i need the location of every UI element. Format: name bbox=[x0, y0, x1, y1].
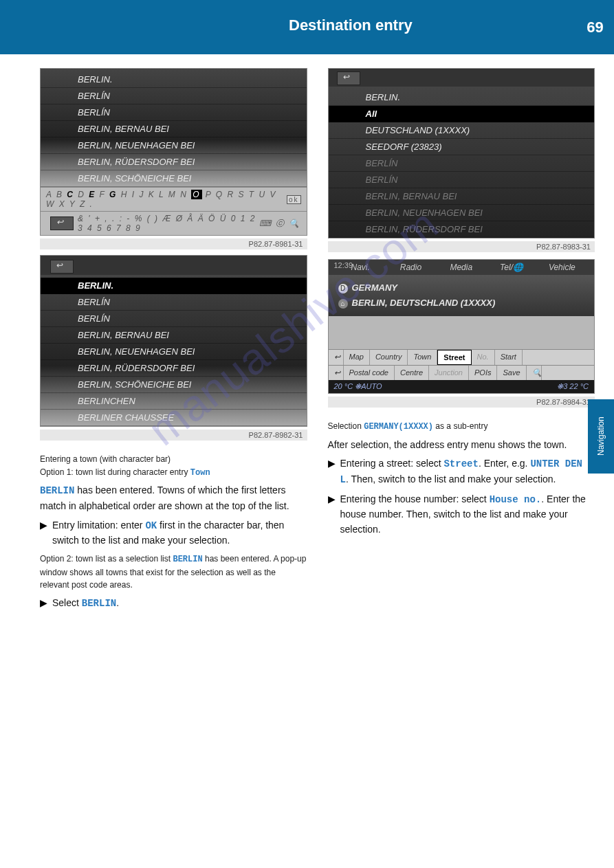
list-item[interactable]: BERLIN, RÜDERSDORF BEI bbox=[41, 360, 307, 377]
town-button[interactable]: Town bbox=[408, 350, 437, 365]
search-icon[interactable]: 🔍 bbox=[527, 366, 542, 380]
centre-button[interactable]: Centre bbox=[395, 366, 429, 380]
caption-para: Option 2: town list as a selection list … bbox=[40, 553, 307, 592]
list-item[interactable]: BERLINCHEN bbox=[41, 393, 307, 410]
address-row-2: ↩ Postal code Centre Junction POIs Save … bbox=[329, 365, 595, 380]
list-item[interactable]: DEUTSCHLAND (1XXXX) bbox=[329, 122, 595, 139]
list-item[interactable]: BERLIN, SCHÖNEICHE BEI bbox=[41, 170, 307, 187]
map-grid bbox=[329, 316, 595, 349]
status-bar: 20 °C ❋AUTO ❋3 22 °C bbox=[329, 380, 595, 393]
instruction-step: ▶ Select BERLIN. bbox=[40, 596, 307, 612]
keyboard-extra-icons[interactable]: ⌨ ⓒ 🔍 bbox=[259, 218, 301, 230]
header-title: Destination entry bbox=[0, 0, 614, 34]
street-button[interactable]: Street bbox=[437, 350, 471, 365]
top-tabs: Navi. Radio Media Tel/🌐 Vehicle bbox=[329, 260, 595, 275]
town-list-b: BERLIN. BERLÍN BERLÍN BERLIN, BERNAU BEI… bbox=[41, 275, 307, 426]
keyboard-row-2[interactable]: & ' + , . : - % ( ) Æ Ø Å Ä Ö Ü 0 1 2 3 … bbox=[41, 211, 307, 235]
list-item[interactable]: All bbox=[329, 106, 595, 122]
list-item[interactable]: BERLIN, RÜDERSDORF BEI bbox=[41, 154, 307, 170]
instruction-step: ▶ Entering the house number: select Hous… bbox=[328, 492, 595, 537]
right-body-text: Selection GERMANY(1XXXX) as a sub-entry … bbox=[328, 420, 595, 537]
list-item[interactable]: BERLIN. bbox=[41, 278, 307, 294]
figure-caption: P82.87-8981-31 bbox=[40, 238, 307, 249]
side-tab-navigation: Navigation bbox=[588, 399, 614, 474]
sub-list-c: BERLIN. All DEUTSCHLAND (1XXXX) SEEDORF … bbox=[329, 87, 595, 238]
para: After selection, the address entry menu … bbox=[328, 438, 595, 453]
postalcode-button[interactable]: Postal code bbox=[344, 366, 395, 380]
address-info: DGERMANY ⌂BERLIN, DEUTSCHLAND (1XXXX) bbox=[329, 275, 595, 316]
list-item[interactable]: BERLÍN bbox=[41, 88, 307, 104]
back-icon[interactable] bbox=[50, 260, 74, 274]
list-item[interactable]: BERLIN, BERNAU BEI bbox=[41, 121, 307, 137]
list-item[interactable]: BERLIN, SCHÖNEICHE BEI bbox=[41, 377, 307, 393]
list-item[interactable]: BERLIN. bbox=[41, 71, 307, 88]
ok-key[interactable]: ok bbox=[287, 195, 301, 204]
list-item[interactable]: BERLIN, NEUENHAGEN BEI bbox=[41, 344, 307, 360]
list-item[interactable]: BERLIN. bbox=[329, 89, 595, 106]
back-icon[interactable]: ↩ bbox=[329, 366, 344, 380]
list-item: BERLIN, RÜDERSDORF BEI bbox=[329, 221, 595, 238]
save-button[interactable]: Save bbox=[497, 366, 526, 380]
tab-radio[interactable]: Radio bbox=[386, 263, 436, 272]
list-item[interactable]: BERLIN, BERNAU BEI bbox=[41, 327, 307, 344]
list-item: BERLÍN bbox=[329, 172, 595, 188]
para: BERLIN has been entered. Towns of which … bbox=[40, 483, 307, 513]
status-left: 20 °C ❋AUTO bbox=[334, 382, 382, 391]
screenshot-address-menu: 12:39 Navi. Radio Media Tel/🌐 Vehicle DG… bbox=[328, 259, 595, 394]
caption-para: Entering a town (with character bar) Opt… bbox=[40, 453, 307, 479]
list-item: BERLIN, NEUENHAGEN BEI bbox=[329, 205, 595, 221]
status-right: ❋3 22 °C bbox=[557, 382, 589, 391]
town-icon: ⌂ bbox=[338, 299, 348, 309]
clock: 12:39 bbox=[334, 261, 353, 269]
no-button[interactable]: No. bbox=[472, 350, 495, 365]
list-item: BERLÍN bbox=[329, 155, 595, 172]
pois-button[interactable]: POIs bbox=[469, 366, 497, 380]
instruction-step: ▶ Entering a street: select Street. Ente… bbox=[328, 456, 595, 487]
screenshot-town-list: BERLIN. BERLÍN BERLÍN BERLIN, BERNAU BEI… bbox=[40, 255, 307, 427]
tab-vehicle[interactable]: Vehicle bbox=[537, 263, 587, 272]
country-button[interactable]: Country bbox=[370, 350, 408, 365]
list-item[interactable]: BERLÍN bbox=[41, 294, 307, 311]
town-list-a: BERLIN. BERLÍN BERLÍN BERLIN, BERNAU BEI… bbox=[41, 69, 307, 187]
keyboard-row-1[interactable]: A B C D E F G H I J K L M N O P Q R S T … bbox=[41, 187, 307, 211]
list-item[interactable]: BERLÍN bbox=[41, 311, 307, 327]
back-icon[interactable] bbox=[50, 216, 74, 230]
tab-tel[interactable]: Tel/🌐 bbox=[486, 263, 536, 272]
list-item[interactable]: BERLIN, NEUENHAGEN BEI bbox=[41, 137, 307, 154]
list-item[interactable]: BERLINER CHAUSSEE bbox=[41, 410, 307, 426]
instruction-step: ▶ Entry limitation: enter OK first in th… bbox=[40, 518, 307, 548]
figure-caption: P82.87-8982-31 bbox=[40, 430, 307, 441]
address-row-1: ↩ Map Country Town Street No. Start bbox=[329, 349, 595, 365]
list-item[interactable]: BERLÍN bbox=[41, 104, 307, 121]
list-item[interactable]: SEEDORF (23823) bbox=[329, 139, 595, 155]
start-button[interactable]: Start bbox=[495, 350, 523, 365]
country-badge: D bbox=[338, 284, 348, 293]
back-icon[interactable]: ↩ bbox=[329, 350, 344, 365]
screenshot-town-charbar: BERLIN. BERLÍN BERLÍN BERLIN, BERNAU BEI… bbox=[40, 68, 307, 236]
caption-para: Selection GERMANY(1XXXX) as a sub-entry bbox=[328, 420, 595, 434]
figure-caption: P82.87-8983-31 bbox=[328, 241, 595, 252]
left-body-text: Entering a town (with character bar) Opt… bbox=[40, 453, 307, 611]
page-header: Destination entry 69 bbox=[0, 0, 614, 54]
back-icon[interactable] bbox=[337, 71, 360, 85]
screenshot-town-subselect: BERLIN. All DEUTSCHLAND (1XXXX) SEEDORF … bbox=[328, 68, 595, 238]
figure-caption: P82.87-8984-31 bbox=[328, 397, 595, 408]
map-button[interactable]: Map bbox=[344, 350, 370, 365]
list-item: BERLIN, BERNAU BEI bbox=[329, 188, 595, 205]
junction-button[interactable]: Junction bbox=[429, 366, 469, 380]
page-number-tab: 69 bbox=[576, 0, 614, 54]
tab-media[interactable]: Media bbox=[436, 263, 486, 272]
